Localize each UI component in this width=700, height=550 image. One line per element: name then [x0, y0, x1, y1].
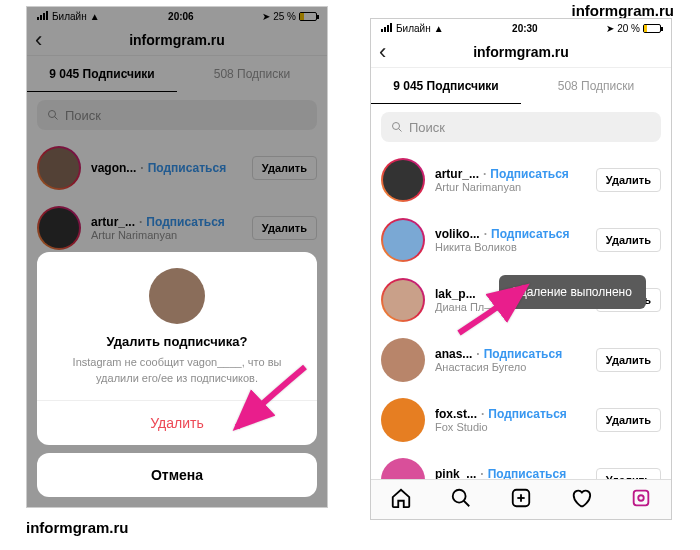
remove-button[interactable]: Удалить	[596, 168, 661, 192]
search-icon	[391, 121, 403, 133]
follow-link[interactable]: Подписаться	[490, 167, 568, 181]
annotation-arrow	[453, 281, 533, 345]
fullname: Анастасия Бугело	[435, 361, 586, 373]
username[interactable]: voliko...	[435, 227, 480, 241]
clock: 20:30	[512, 23, 538, 34]
cancel-button[interactable]: Отмена	[37, 453, 317, 497]
avatar[interactable]	[381, 278, 425, 322]
username[interactable]: fox.st...	[435, 407, 477, 421]
watermark-top: informgram.ru	[571, 2, 674, 19]
remove-button[interactable]: Удалить	[596, 408, 661, 432]
list-item: fox.st...·ПодписатьсяFox StudioУдалить	[371, 390, 671, 450]
svg-point-4	[453, 489, 466, 502]
username[interactable]: anas...	[435, 347, 472, 361]
follow-link[interactable]: Подписаться	[484, 347, 562, 361]
status-bar: Билайн ▲ 20:30 ➤20 %	[371, 19, 671, 36]
battery-pct: 20 %	[617, 23, 640, 34]
add-icon[interactable]	[510, 487, 532, 513]
annotation-arrow	[227, 359, 317, 443]
list-item: artur_...·ПодписатьсяArtur NarimanyanУда…	[371, 150, 671, 210]
screenshot-right: Билайн ▲ 20:30 ➤20 % ‹ informgram.ru 9 0…	[370, 18, 672, 520]
svg-line-3	[399, 129, 402, 132]
fullname: Никита Воликов	[435, 241, 586, 253]
heart-icon[interactable]	[570, 487, 592, 513]
svg-line-5	[464, 500, 470, 506]
location-icon: ➤	[606, 23, 614, 34]
avatar[interactable]	[381, 218, 425, 262]
avatar[interactable]	[381, 338, 425, 382]
nav-bar: ‹ informgram.ru	[371, 36, 671, 68]
fullname: Fox Studio	[435, 421, 586, 433]
search-input[interactable]: Поиск	[381, 112, 661, 142]
search-placeholder: Поиск	[409, 120, 445, 135]
username[interactable]: artur_...	[435, 167, 479, 181]
remove-button[interactable]: Удалить	[596, 348, 661, 372]
bottom-nav	[371, 479, 671, 519]
watermark-bottom: informgram.ru	[26, 519, 129, 536]
remove-button[interactable]: Удалить	[596, 228, 661, 252]
page-title: informgram.ru	[473, 44, 569, 60]
search-nav-icon[interactable]	[450, 487, 472, 513]
back-icon[interactable]: ‹	[379, 39, 386, 65]
follow-link[interactable]: Подписаться	[488, 407, 566, 421]
tab-followers[interactable]: 9 045 Подписчики	[371, 68, 521, 104]
svg-point-10	[638, 495, 644, 501]
battery-icon	[643, 24, 661, 33]
sheet-title: Удалить подписчика?	[37, 334, 317, 349]
wifi-icon: ▲	[434, 23, 444, 34]
signal-icon	[381, 23, 393, 34]
svg-rect-9	[634, 490, 649, 505]
tabs: 9 045 Подписчики 508 Подписки	[371, 68, 671, 104]
carrier: Билайн	[396, 23, 431, 34]
sheet-avatar	[149, 268, 205, 324]
profile-icon[interactable]	[630, 487, 652, 513]
home-icon[interactable]	[390, 487, 412, 513]
list-item: voliko...·ПодписатьсяНикита ВоликовУдали…	[371, 210, 671, 270]
avatar[interactable]	[381, 158, 425, 202]
tab-following[interactable]: 508 Подписки	[521, 68, 671, 104]
follow-link[interactable]: Подписаться	[491, 227, 569, 241]
screenshot-left: Билайн ▲ 20:06 ➤25 % ‹ informgram.ru 9 0…	[26, 6, 328, 508]
fullname: Artur Narimanyan	[435, 181, 586, 193]
avatar[interactable]	[381, 398, 425, 442]
svg-point-2	[393, 123, 400, 130]
